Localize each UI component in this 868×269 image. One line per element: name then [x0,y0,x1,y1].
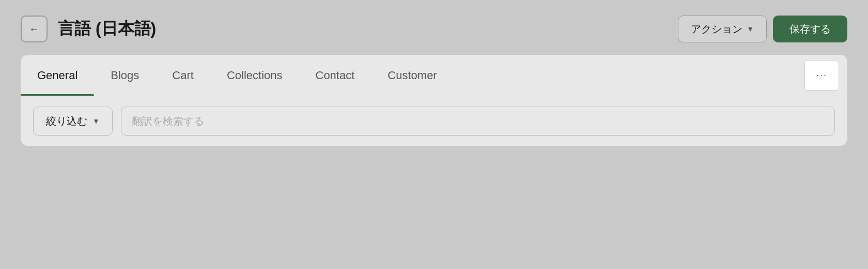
back-icon: ← [29,23,39,35]
actions-button[interactable]: アクション ▼ [678,16,767,42]
tab-blogs[interactable]: Blogs [94,55,156,96]
filter-button[interactable]: 絞り込む ▼ [33,107,113,136]
actions-label: アクション [691,22,742,36]
save-button[interactable]: 保存する [773,16,847,42]
tab-collections[interactable]: Collections [210,55,299,96]
more-icon: ··· [816,70,827,81]
search-input[interactable] [121,107,835,136]
tabs-row: General Blogs Cart Collections Contact C… [21,55,847,96]
filter-chevron-icon: ▼ [92,117,100,125]
header-left: ← 言語 (日本語) [21,16,156,42]
actions-chevron-icon: ▼ [747,25,754,33]
tab-cart[interactable]: Cart [156,55,210,96]
header: ← 言語 (日本語) アクション ▼ 保存する [21,16,847,42]
back-button[interactable]: ← [21,16,48,42]
filter-row: 絞り込む ▼ [21,96,847,146]
page-wrapper: ← 言語 (日本語) アクション ▼ 保存する General Blogs Ca… [0,0,868,269]
tab-contact[interactable]: Contact [299,55,371,96]
header-right: アクション ▼ 保存する [678,16,847,42]
tab-general[interactable]: General [21,55,94,96]
card: General Blogs Cart Collections Contact C… [21,55,847,146]
tab-more-button[interactable]: ··· [804,60,839,91]
tab-customer[interactable]: Customer [371,55,453,96]
page-title: 言語 (日本語) [58,18,156,40]
filter-label: 絞り込む [46,114,87,128]
